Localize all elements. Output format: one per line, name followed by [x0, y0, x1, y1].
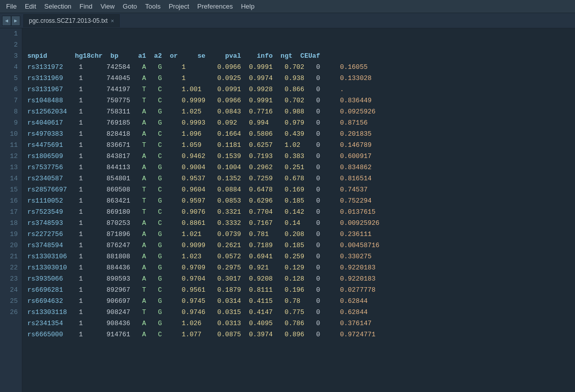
line-number: 9 [4, 117, 18, 129]
menu-item-view[interactable]: View [96, 2, 119, 11]
cell-or: 0.9999 [182, 95, 217, 106]
line-number: 5 [4, 73, 18, 84]
cell-se: 0.1004 [218, 162, 249, 173]
tab-close-button[interactable]: × [111, 18, 114, 24]
header-ngt: ngt [280, 51, 300, 62]
cell-bp: 742584 [106, 62, 142, 73]
line-number: 21 [4, 251, 18, 262]
cell-snpid: rs2341354 [27, 318, 79, 329]
cell-info: 0.775 [284, 307, 316, 318]
cell-a1: T [142, 184, 158, 195]
cell-ngt: 0 [316, 95, 340, 106]
cell-a2: C [158, 218, 182, 229]
table-row: rs6665000 1 914761 A C 1.077 0.0875 0.39… [27, 329, 575, 340]
line-number: 18 [4, 218, 18, 229]
cell-a1: T [142, 307, 158, 318]
cell-se: 0.0966 [218, 62, 249, 73]
menu-item-find[interactable]: Find [76, 2, 96, 11]
cell-pval: 0.5806 [249, 129, 284, 140]
cell-chr: 1 [79, 129, 106, 140]
menu-item-edit[interactable]: Edit [21, 2, 40, 11]
cell-a1: A [142, 151, 158, 162]
cell-ceuaf: 0.836449 [340, 95, 371, 106]
cell-a1: A [142, 117, 158, 129]
menu-item-project[interactable]: Project [165, 2, 193, 11]
cell-bp: 881808 [106, 251, 142, 262]
cell-chr: 1 [79, 151, 106, 162]
cell-ngt: 0 [316, 129, 340, 140]
editor-area: 1234567891011121314151617181920212223242… [0, 28, 575, 392]
cell-chr: 1 [79, 173, 106, 184]
cell-or: 0.9561 [182, 285, 217, 296]
cell-chr: 1 [79, 162, 106, 173]
menu-item-preferences[interactable]: Preferences [193, 2, 237, 11]
cell-a2: G [158, 173, 182, 184]
cell-bp: 744197 [106, 84, 142, 95]
cell-se: 0.092 [218, 117, 249, 129]
header-pval: pval [225, 51, 257, 62]
cell-snpid: rs4475691 [27, 140, 79, 151]
menubar: FileEditSelectionFindViewGotoToolsProjec… [0, 0, 575, 13]
menu-item-tools[interactable]: Tools [141, 2, 164, 11]
cell-se: 0.0925 [218, 73, 249, 84]
line-number: 13 [4, 162, 18, 173]
cell-pval: 0.9991 [249, 95, 284, 106]
cell-ceuaf: 0.0277778 [340, 285, 375, 296]
table-row: rs28576697 1 860508 T C 0.9604 0.0884 0.… [27, 184, 575, 195]
nav-right-button[interactable]: ▶ [11, 16, 20, 26]
cell-a1: A [142, 329, 158, 340]
cell-ngt: 0 [316, 218, 340, 229]
cell-se: 0.0853 [218, 195, 249, 207]
nav-left-button[interactable]: ◀ [2, 16, 11, 26]
cell-snpid: rs2340587 [27, 173, 79, 184]
cell-ceuaf: 0.0137615 [340, 207, 375, 218]
line-number: 26 [4, 307, 18, 318]
cell-or: 0.8861 [182, 218, 217, 229]
header-bp: bp [111, 51, 138, 62]
cell-chr: 1 [79, 106, 106, 117]
table-row: rs7523549 1 869180 T C 0.9076 0.3321 0.7… [27, 207, 575, 218]
cell-ngt: 0 [316, 329, 340, 340]
cell-se: 0.1352 [218, 173, 249, 184]
menu-item-file[interactable]: File [2, 2, 21, 11]
cell-a2: G [158, 73, 182, 84]
cell-a1: T [142, 195, 158, 207]
cell-snpid: rs7523549 [27, 207, 79, 218]
cell-or: 0.9993 [182, 117, 217, 129]
cell-ngt: 0 [316, 151, 340, 162]
cell-snpid: rs6696281 [27, 285, 79, 296]
cell-ngt: 0 [316, 296, 340, 307]
cell-snpid: rs3748593 [27, 218, 79, 229]
cell-bp: 750775 [106, 95, 142, 106]
cell-or: 1 [182, 62, 217, 73]
cell-info: 0.988 [284, 106, 316, 117]
cell-or: 0.9462 [182, 151, 217, 162]
active-tab[interactable]: pgc.cross.SCZ17.2013-05.txt × [23, 14, 120, 27]
cell-chr: 1 [79, 207, 106, 218]
editor-content[interactable]: snpid hg18chr bp a1 a2 or se pval info n… [22, 28, 575, 392]
line-number: 16 [4, 195, 18, 207]
tab-filename: pgc.cross.SCZ17.2013-05.txt [29, 17, 107, 24]
cell-snpid: rs28576697 [27, 184, 79, 195]
cell-or: 0.9745 [182, 296, 217, 307]
header-a2: a2 [154, 51, 170, 62]
line-number: 7 [4, 95, 18, 106]
cell-pval: 0.7167 [249, 218, 284, 229]
cell-ngt: 0 [316, 207, 340, 218]
cell-bp: 890593 [106, 273, 142, 285]
cell-a2: G [158, 296, 182, 307]
cell-info: 0.129 [284, 262, 316, 273]
menu-item-help[interactable]: Help [237, 2, 259, 11]
cell-pval: 0.4115 [249, 296, 284, 307]
cell-bp: 769185 [106, 117, 142, 129]
cell-se: 0.0966 [218, 95, 249, 106]
cell-bp: 876247 [106, 240, 142, 251]
menu-item-selection[interactable]: Selection [40, 2, 75, 11]
cell-a1: A [142, 173, 158, 184]
cell-info: 0.208 [284, 229, 316, 240]
cell-pval: 0.9991 [249, 62, 284, 73]
table-row: snpid hg18chr bp a1 a2 or se pval info n… [27, 51, 575, 62]
cell-chr: 1 [79, 229, 106, 240]
cell-se: 0.0843 [218, 106, 249, 117]
menu-item-goto[interactable]: Goto [119, 2, 141, 11]
